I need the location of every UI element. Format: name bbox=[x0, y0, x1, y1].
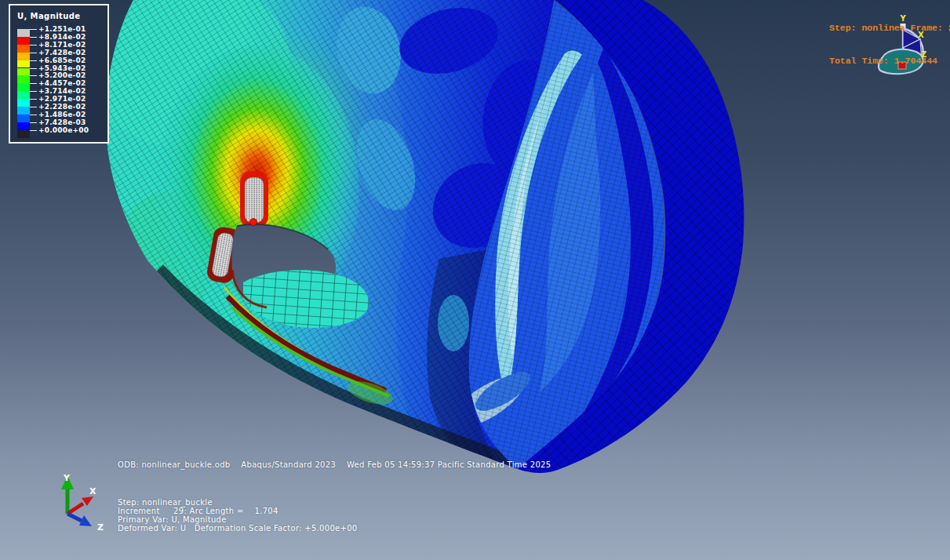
legend-tick bbox=[30, 37, 37, 38]
legend-swatch bbox=[17, 107, 30, 115]
model-canvas[interactable]: Y X Z Y X Z bbox=[0, 0, 950, 560]
legend-value: +3.714e-02 bbox=[38, 87, 86, 95]
frame-state-text: Step: nonlinea Frame: 29 Total Time: 1.7… bbox=[829, 1, 950, 89]
legend-tick bbox=[30, 45, 37, 45]
state-block-line: Deformed Var: U Deformation Scale Factor… bbox=[118, 524, 358, 533]
legend-tick bbox=[30, 122, 37, 123]
legend-title: U, Magnitude bbox=[17, 12, 80, 20]
legend-value: +6.685e-02 bbox=[38, 56, 86, 64]
legend-tick bbox=[30, 99, 37, 100]
legend-value: +0.000e+00 bbox=[38, 125, 89, 133]
contour-legend: U, Magnitude +1.251e-01+8.914e-02+8.171e… bbox=[9, 4, 109, 144]
legend-swatch bbox=[17, 60, 30, 68]
legend-tick bbox=[30, 68, 37, 69]
triad-x-label: X bbox=[89, 486, 96, 496]
legend-value: +1.486e-02 bbox=[38, 110, 86, 118]
legend-tick bbox=[30, 91, 37, 92]
legend-swatch bbox=[17, 130, 30, 138]
legend-swatch bbox=[17, 115, 30, 122]
legend-tick bbox=[30, 53, 37, 53]
legend-tick bbox=[30, 107, 37, 107]
legend-tick bbox=[30, 60, 37, 61]
state-block-line: Primary Var: U, Magnitude bbox=[118, 515, 358, 524]
triad-z-label: Z bbox=[97, 522, 104, 533]
legend-value: +4.457e-02 bbox=[38, 79, 86, 87]
max-node-marker bbox=[250, 219, 257, 226]
state-block: Step: nonlinear_buckleIncrement 29: Arc … bbox=[118, 498, 358, 533]
legend-value: +5.200e-02 bbox=[38, 71, 86, 79]
legend-swatch bbox=[17, 75, 30, 83]
legend-value: +7.428e-03 bbox=[38, 118, 86, 125]
frame-state-line1: Step: nonlinea Frame: 29 bbox=[829, 23, 950, 34]
legend-value: +7.428e-02 bbox=[38, 48, 86, 56]
legend-tick bbox=[30, 29, 37, 30]
fea-model[interactable] bbox=[86, 0, 744, 473]
frame-state-line2: Total Time: 1.704444 bbox=[829, 56, 950, 67]
legend-tick bbox=[30, 130, 37, 131]
legend-swatch bbox=[17, 53, 30, 60]
legend-value: +2.228e-02 bbox=[38, 103, 86, 111]
legend-value: +2.971e-02 bbox=[38, 95, 86, 103]
legend-swatch bbox=[17, 83, 30, 91]
odb-title-block: ODB: nonlinear_buckle.odb Abaqus/Standar… bbox=[118, 460, 551, 470]
triad-y-label: Y bbox=[63, 473, 71, 483]
state-block-line: Increment 29: Arc Length = 1.704 bbox=[118, 507, 358, 515]
legend-swatch bbox=[17, 91, 30, 99]
legend-swatch bbox=[17, 37, 30, 45]
legend-swatch bbox=[17, 68, 30, 76]
abaqus-viewport[interactable]: Y X Z Y X Z U, Magnitude +1.251e-01+8.91… bbox=[0, 0, 950, 560]
legend-tick bbox=[30, 75, 37, 76]
legend-value: +8.914e-02 bbox=[38, 32, 86, 40]
legend-value: +5.943e-02 bbox=[38, 64, 86, 71]
legend-tick bbox=[30, 83, 37, 84]
legend-swatch bbox=[17, 99, 30, 107]
legend-value: +1.251e-01 bbox=[38, 25, 86, 33]
legend-value: +8.171e-02 bbox=[38, 40, 86, 48]
coordinate-triad: Y X Z bbox=[61, 473, 104, 533]
legend-swatch bbox=[17, 29, 30, 37]
legend-swatch bbox=[17, 45, 30, 53]
legend-swatch bbox=[17, 122, 30, 130]
legend-tick bbox=[30, 115, 37, 115]
state-block-line: Step: nonlinear_buckle bbox=[118, 498, 358, 507]
